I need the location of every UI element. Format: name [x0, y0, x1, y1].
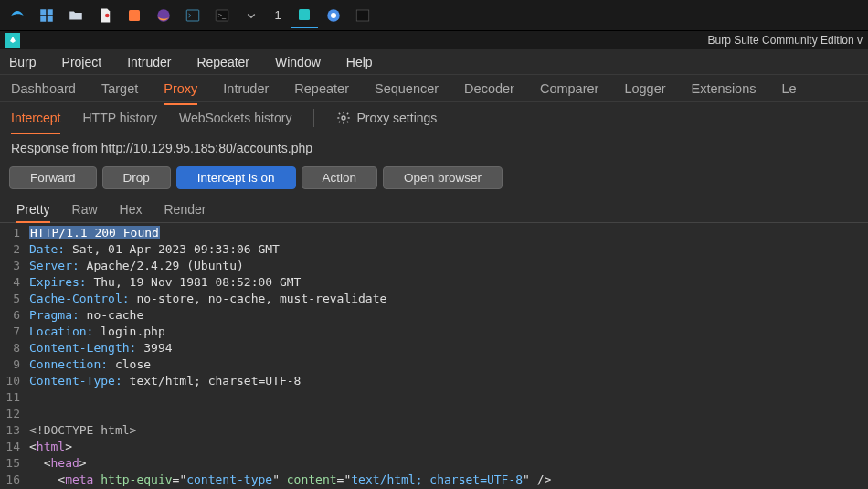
tab-comparer[interactable]: Comparer — [540, 78, 598, 100]
tab-intruder[interactable]: Intruder — [223, 78, 269, 100]
chevron-down-icon[interactable] — [238, 3, 265, 28]
tab-extensions[interactable]: Extensions — [692, 78, 757, 100]
response-editor[interactable]: 12345678910111213141516 HTTP/1.1 200 Fou… — [0, 223, 868, 489]
svg-rect-1 — [48, 9, 53, 15]
view-pretty[interactable]: Pretty — [16, 202, 50, 222]
menu-repeater[interactable]: Repeater — [191, 51, 255, 73]
menu-help[interactable]: Help — [341, 51, 378, 73]
svg-rect-5 — [129, 10, 140, 21]
action-button[interactable]: Action — [302, 166, 378, 189]
proxy-subtabs: Intercept HTTP history WebSockets histor… — [0, 102, 868, 133]
firefox-icon[interactable] — [150, 3, 177, 28]
svg-rect-0 — [40, 9, 46, 15]
files-icon[interactable] — [62, 3, 90, 28]
burp-running-icon[interactable] — [291, 3, 318, 28]
view-hex[interactable]: Hex — [120, 202, 143, 222]
svg-text:>_: >_ — [218, 11, 227, 19]
code-body[interactable]: HTTP/1.1 200 Found Date: Sat, 01 Apr 202… — [26, 223, 551, 489]
tab-decoder[interactable]: Decoder — [464, 78, 514, 100]
intercept-actions: Forward Drop Intercept is on Action Open… — [0, 163, 868, 197]
window-titlebar: Burp Suite Community Edition v — [0, 31, 868, 49]
burp-logo-icon — [5, 33, 20, 48]
terminal-icon[interactable] — [179, 3, 206, 28]
burp-task-icon[interactable] — [121, 3, 148, 28]
svg-point-14 — [342, 116, 345, 120]
line-gutter: 12345678910111213141516 — [0, 223, 26, 489]
menubar: Burp Project Intruder Repeater Window He… — [0, 49, 868, 75]
forward-button[interactable]: Forward — [9, 166, 97, 189]
window-title: Burp Suite Community Edition v — [708, 34, 863, 47]
kali-menu-icon[interactable] — [4, 3, 31, 28]
main-tabs: Dashboard Target Proxy Intruder Repeater… — [0, 75, 868, 102]
view-render[interactable]: Render — [164, 202, 206, 222]
response-info: Response from http://10.129.95.185:80/ac… — [0, 133, 868, 163]
windows-icon[interactable] — [33, 3, 60, 28]
os-taskbar: >_ 1 — [0, 0, 868, 31]
subtab-websockets-history[interactable]: WebSockets history — [179, 105, 291, 131]
svg-rect-2 — [40, 16, 46, 21]
view-tabs: Pretty Raw Hex Render — [0, 197, 868, 223]
menu-project[interactable]: Project — [57, 51, 108, 73]
svg-rect-7 — [186, 10, 199, 21]
workspace-number[interactable]: 1 — [267, 8, 289, 22]
view-raw[interactable]: Raw — [72, 202, 98, 222]
separator — [313, 109, 314, 127]
terminal2-icon[interactable]: >_ — [208, 3, 236, 28]
menu-burp[interactable]: Burp — [4, 51, 42, 73]
gear-icon — [336, 111, 351, 125]
svg-rect-3 — [48, 16, 53, 21]
svg-rect-13 — [356, 10, 369, 21]
menu-intruder[interactable]: Intruder — [122, 51, 176, 73]
tab-logger[interactable]: Logger — [624, 78, 665, 100]
subtab-http-history[interactable]: HTTP history — [82, 105, 156, 131]
terminal3-icon[interactable] — [349, 3, 376, 28]
open-browser-button[interactable]: Open browser — [383, 166, 503, 189]
subtab-intercept[interactable]: Intercept — [11, 105, 60, 131]
drop-button[interactable]: Drop — [102, 166, 171, 189]
tab-sequencer[interactable]: Sequencer — [375, 78, 439, 100]
proxy-settings-button[interactable]: Proxy settings — [336, 111, 437, 125]
menu-window[interactable]: Window — [270, 51, 326, 73]
text-editor-icon[interactable] — [91, 3, 119, 28]
tab-dashboard[interactable]: Dashboard — [11, 78, 76, 100]
tab-target[interactable]: Target — [101, 78, 138, 100]
tab-proxy[interactable]: Proxy — [164, 78, 197, 100]
proxy-settings-label: Proxy settings — [356, 111, 437, 125]
svg-rect-10 — [299, 9, 310, 20]
chromium-icon[interactable] — [320, 3, 347, 28]
tab-overflow[interactable]: Le — [781, 78, 796, 100]
intercept-toggle-button[interactable]: Intercept is on — [176, 166, 296, 189]
tab-repeater[interactable]: Repeater — [294, 78, 349, 100]
svg-point-12 — [331, 13, 336, 18]
svg-point-4 — [105, 13, 110, 17]
